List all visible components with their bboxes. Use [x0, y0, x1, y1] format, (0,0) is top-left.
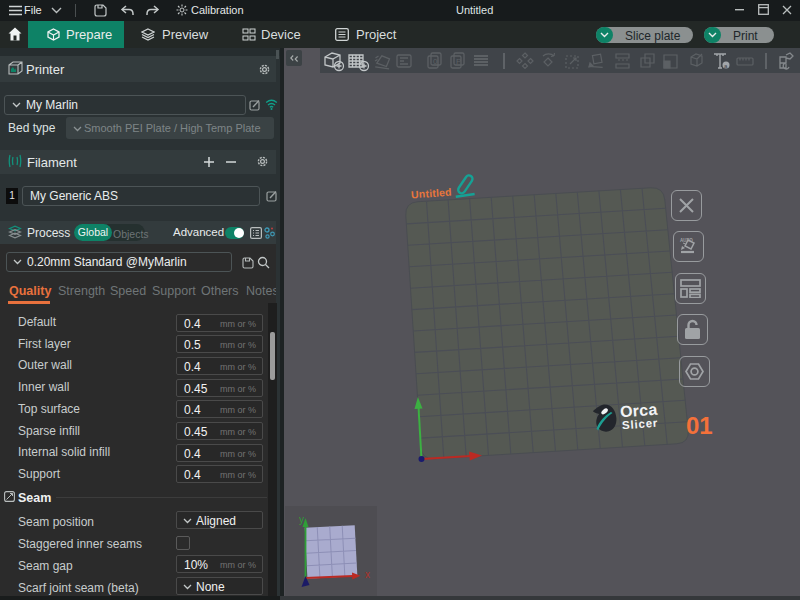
svg-text:P: P	[456, 57, 461, 66]
svg-text:y: y	[299, 514, 304, 525]
svg-text:0: 0	[433, 57, 438, 66]
svg-text:x: x	[365, 569, 370, 580]
svg-text:AUTO: AUTO	[680, 238, 693, 243]
